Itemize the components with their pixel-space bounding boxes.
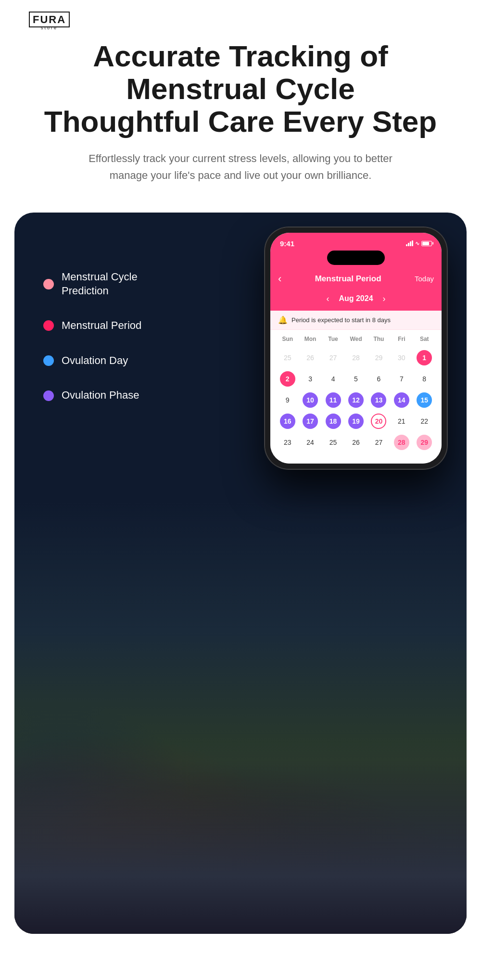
- cal-day-5[interactable]: 5: [344, 369, 367, 389]
- today-button[interactable]: Today: [415, 275, 434, 283]
- phone-mockup: 9:41 ∿: [265, 227, 447, 469]
- notification-bar: 🔔 Period is expected to start in 8 days: [270, 311, 442, 330]
- cal-day-2[interactable]: 2: [276, 369, 299, 389]
- phone-frame: 9:41 ∿: [265, 227, 447, 469]
- cal-day-24[interactable]: 24: [299, 433, 321, 452]
- dynamic-island-area: [270, 251, 442, 269]
- app-title: Menstrual Period: [315, 274, 381, 284]
- signal-bar-4: [412, 240, 413, 246]
- legend-label-ovulation-phase: Ovulation Phase: [62, 389, 139, 402]
- headline-line1: Accurate Tracking of: [93, 39, 388, 73]
- cal-day-18[interactable]: 18: [322, 412, 344, 431]
- phone-screen: 9:41 ∿: [270, 233, 442, 464]
- cal-day-15[interactable]: 15: [413, 390, 436, 410]
- wifi-icon: ∿: [415, 240, 419, 247]
- battery-fill: [422, 242, 429, 245]
- cal-day-29[interactable]: 29: [413, 433, 436, 452]
- dynamic-island-pill: [327, 251, 385, 265]
- cal-day-9[interactable]: 9: [276, 390, 299, 410]
- cal-day-27[interactable]: 27: [367, 433, 390, 452]
- calendar: Sun Mon Tue Wed Thu Fri Sat 25 26 27 28: [270, 330, 442, 464]
- cal-day-20-today[interactable]: 20: [367, 412, 390, 431]
- cal-day-3[interactable]: 3: [299, 369, 321, 389]
- legend-dot-ovulation-day: [43, 355, 54, 366]
- calendar-week-5: 23 24 25 26 27 28 29: [276, 433, 436, 452]
- cal-day-8[interactable]: 8: [413, 369, 436, 389]
- cal-day-26[interactable]: 26: [344, 433, 367, 452]
- signal-bar-2: [408, 243, 409, 246]
- cal-day-26-prev[interactable]: 26: [299, 348, 321, 367]
- showcase-section: Menstrual CyclePrediction Menstrual Peri…: [14, 213, 467, 934]
- status-icons: ∿: [406, 240, 432, 247]
- calendar-week-2: 2 3 4 5 6 7 8: [276, 369, 436, 389]
- next-month-button[interactable]: ›: [383, 294, 386, 304]
- legend-item-menstrual-period: Menstrual Period: [43, 319, 141, 333]
- cal-day-14[interactable]: 14: [390, 390, 413, 410]
- calendar-header-row: Sun Mon Tue Wed Thu Fri Sat: [276, 334, 436, 344]
- legend-label-menstrual-period: Menstrual Period: [62, 319, 141, 333]
- cal-day-19[interactable]: 19: [344, 412, 367, 431]
- cal-header-wed: Wed: [344, 334, 367, 344]
- notification-text: Period is expected to start in 8 days: [291, 316, 391, 324]
- legend-item-ovulation-day: Ovulation Day: [43, 354, 141, 368]
- cal-day-16[interactable]: 16: [276, 412, 299, 431]
- cal-day-10[interactable]: 10: [299, 390, 321, 410]
- cal-day-27-prev[interactable]: 27: [322, 348, 344, 367]
- cal-header-fri: Fri: [390, 334, 413, 344]
- status-time: 9:41: [280, 239, 294, 248]
- cal-day-4[interactable]: 4: [322, 369, 344, 389]
- legend-label-menstrual-cycle: Menstrual CyclePrediction: [62, 270, 138, 298]
- status-bar: 9:41 ∿: [270, 233, 442, 251]
- cal-header-mon: Mon: [299, 334, 321, 344]
- legend-item-menstrual-cycle: Menstrual CyclePrediction: [43, 270, 141, 298]
- headline-line3: Thoughtful Care Every Step: [44, 105, 437, 138]
- cal-header-sat: Sat: [413, 334, 436, 344]
- app-header: ‹ Menstrual Period Today: [270, 269, 442, 291]
- cal-header-sun: Sun: [276, 334, 299, 344]
- cal-day-11[interactable]: 11: [322, 390, 344, 410]
- signal-bar-3: [410, 241, 411, 246]
- cal-day-22[interactable]: 22: [413, 412, 436, 431]
- legend-item-ovulation-phase: Ovulation Phase: [43, 389, 141, 402]
- legend-label-ovulation-day: Ovulation Day: [62, 354, 128, 368]
- back-button[interactable]: ‹: [278, 273, 281, 285]
- battery-icon: [421, 241, 432, 246]
- cal-day-13[interactable]: 13: [367, 390, 390, 410]
- cal-header-tue: Tue: [322, 334, 344, 344]
- signal-bars-icon: [406, 240, 413, 246]
- cal-day-17[interactable]: 17: [299, 412, 321, 431]
- cal-day-6[interactable]: 6: [367, 369, 390, 389]
- cal-day-25[interactable]: 25: [322, 433, 344, 452]
- cal-day-28-prev[interactable]: 28: [344, 348, 367, 367]
- cal-day-29-prev[interactable]: 29: [367, 348, 390, 367]
- subtitle-text: Effortlessly track your current stress l…: [87, 150, 394, 184]
- cal-day-28[interactable]: 28: [390, 433, 413, 452]
- cal-day-30-prev[interactable]: 30: [390, 348, 413, 367]
- current-month-label: Aug 2024: [339, 294, 373, 303]
- cal-day-12[interactable]: 12: [344, 390, 367, 410]
- cal-day-21[interactable]: 21: [390, 412, 413, 431]
- header-section: FURA store Accurate Tracking of Menstrua…: [0, 0, 481, 213]
- legend-dot-menstrual-period: [43, 320, 54, 331]
- prev-month-button[interactable]: ‹: [326, 294, 329, 304]
- calendar-week-3: 9 10 11 12 13 14 15: [276, 390, 436, 410]
- legend-container: Menstrual CyclePrediction Menstrual Peri…: [43, 270, 141, 424]
- cal-day-23[interactable]: 23: [276, 433, 299, 452]
- legend-dot-ovulation-phase: [43, 390, 54, 401]
- logo: FURA store: [29, 14, 70, 30]
- month-navigation: ‹ Aug 2024 ›: [270, 291, 442, 311]
- bed-overlay: [14, 741, 467, 934]
- notification-icon: 🔔: [278, 315, 288, 325]
- cal-day-25-prev[interactable]: 25: [276, 348, 299, 367]
- calendar-week-1: 25 26 27 28 29 30 1: [276, 348, 436, 367]
- headline-line2: Menstrual Cycle: [126, 72, 355, 105]
- signal-bar-1: [406, 244, 407, 246]
- main-headline: Accurate Tracking of Menstrual Cycle Tho…: [29, 40, 452, 138]
- cal-day-1[interactable]: 1: [413, 348, 436, 367]
- logo-area: FURA store: [29, 14, 452, 30]
- legend-dot-menstrual-cycle: [43, 279, 54, 289]
- cal-day-7[interactable]: 7: [390, 369, 413, 389]
- cal-header-thu: Thu: [367, 334, 390, 344]
- calendar-week-4: 16 17 18 19 20 21 22: [276, 412, 436, 431]
